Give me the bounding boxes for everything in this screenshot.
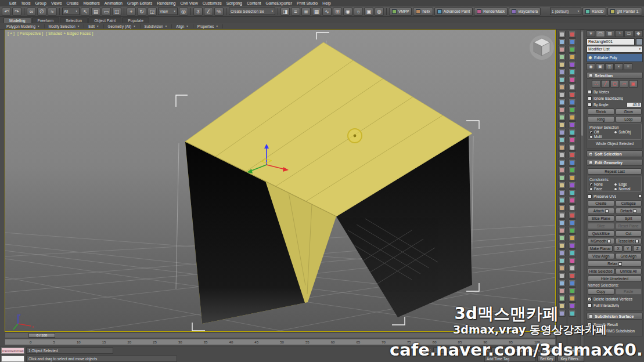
side-tool-left-icon[interactable] [558,287,566,294]
select-scale-icon[interactable]: ◲ [147,8,157,16]
button-hide-selected[interactable]: Hide Selected [588,268,614,274]
maxscript-mini-listener-macro[interactable]: PaintDeformati [1,347,24,354]
button-make-planar[interactable]: Make Planar [588,245,613,252]
side-tool-right-icon[interactable] [569,38,576,45]
button-tessellate[interactable]: Tessellate [616,238,642,244]
select-by-name-icon[interactable]: ▤ [91,8,100,16]
side-tool-left-icon[interactable] [558,257,566,264]
side-tool-left-icon[interactable] [558,53,566,60]
button-quickslice[interactable]: QuickSlice [588,230,614,237]
rollout-selection-header[interactable]: − Selection [587,72,643,79]
checkbox-box[interactable] [588,303,592,307]
button-attach[interactable]: Attach [588,208,614,214]
button-slice[interactable]: Slice [588,223,614,229]
side-tool-right-icon[interactable] [569,234,576,241]
render-frame-icon[interactable]: ▣ [364,8,373,16]
side-tool-left-icon[interactable] [558,272,566,279]
settings-box[interactable] [635,240,639,243]
vmpp-button[interactable]: VMPP [389,8,412,16]
menu-item-content[interactable]: Content [247,1,261,5]
time-slider-handle[interactable]: 0 / 100 [28,333,55,338]
side-tool-right-icon[interactable] [569,197,576,204]
side-tool-left-icon[interactable] [558,310,566,317]
side-tool-left-icon[interactable] [558,91,566,98]
viewport-menu-general[interactable]: [ + ] [8,31,15,35]
ribbon-group-geometry-all[interactable]: Geometry (All)▼ [104,24,141,28]
preserve-uvs-check[interactable]: Preserve UVs [588,193,642,199]
side-tool-left-icon[interactable] [558,129,566,136]
ribbon-group-edit[interactable]: Edit▼ [84,24,103,28]
button-detach[interactable]: Detach [616,208,642,214]
hierarchy-tab[interactable]: ▦ [606,30,614,37]
motion-tab[interactable]: ◔ [615,30,624,37]
side-tool-left-icon[interactable] [558,99,566,106]
radio-subobj[interactable]: SubObj [614,130,636,134]
menu-item-create[interactable]: Create [66,1,78,5]
side-tool-right-icon[interactable] [569,166,576,173]
rollout-soft-selection-header[interactable]: + Soft Selection [587,150,643,157]
ribbon-tab-selection[interactable]: Selection [60,17,88,23]
menu-item-help[interactable]: Help [322,1,330,5]
side-tool-right-icon[interactable] [569,310,576,317]
side-tool-left-icon[interactable] [558,212,566,219]
button-ring[interactable]: Ring [588,116,614,122]
button-y[interactable]: Y [624,245,632,252]
region-select-icon[interactable]: ▭ [102,8,111,16]
button-collapse[interactable]: Collapse [616,200,642,207]
by-angle-spinner[interactable]: 45.0 [627,102,642,107]
select-link-icon[interactable]: ∞ [27,8,36,16]
radio-none[interactable]: None [589,182,612,186]
vertex-mode-icon[interactable]: ∴ [592,80,600,88]
advanced-paint-button[interactable]: Advanced Paint [434,8,473,16]
side-tool-right-icon[interactable] [569,219,576,226]
side-tool-left-icon[interactable] [558,219,566,226]
side-tool-left-icon[interactable] [558,84,566,91]
button-slice-plane[interactable]: Slice Plane [588,215,614,222]
ribbon-group-align[interactable]: Align▼ [172,24,193,28]
ribbon-group-polygon-modeling[interactable]: Polygon Modeling▼ [2,24,45,28]
randd-button[interactable]: RandD [582,8,606,16]
side-tool-right-icon[interactable] [569,84,576,91]
side-tool-right-icon[interactable] [569,46,576,53]
configure-modifier-sets-icon[interactable]: ≡ [624,63,632,70]
side-tool-right-icon[interactable] [569,31,576,38]
button-grow[interactable]: Grow [616,108,642,115]
schematic-view-icon[interactable]: ⊞ [333,8,342,16]
settings-box[interactable] [607,240,611,243]
stack-item-editable-poly[interactable]: Editable Poly [587,54,642,61]
side-tool-right-icon[interactable] [569,61,576,68]
menu-item-customize[interactable]: Customize [203,1,222,5]
checkbox-box[interactable] [588,90,592,94]
scrollbar-thumb[interactable] [581,31,583,136]
menu-item-print-studio[interactable]: Print Studio [297,1,318,5]
side-tool-left-icon[interactable] [558,31,566,38]
maxscript-mini-listener[interactable] [1,356,24,362]
side-tool-right-icon[interactable] [569,76,576,83]
side-tool-left-icon[interactable] [558,46,566,53]
side-tool-left-icon[interactable] [558,182,566,189]
side-tool-left-icon[interactable] [558,68,566,75]
radio-face[interactable]: Face [589,187,612,191]
use-pivot-point-icon[interactable]: ◎ [179,8,188,16]
side-tool-left-icon[interactable] [558,227,566,234]
button-hide-unselected[interactable]: Hide Unselected [588,276,642,282]
by-angle-check[interactable]: By Angle: 45.0 [588,102,642,107]
side-tool-right-icon[interactable] [569,144,576,151]
menu-item-gameexporter[interactable]: GameExporter [266,1,293,5]
side-tool-right-icon[interactable] [569,182,576,189]
rollout-edit-geometry-header[interactable]: − Edit Geometry [587,159,643,166]
checkbox-delete-isolated-vertices[interactable]: ✓Delete Isolated Vertices [588,296,642,302]
menu-item-group[interactable]: Group [35,1,46,5]
snap-toggle-icon[interactable]: 3 [193,8,203,16]
element-mode-icon[interactable]: ▣ [629,80,638,88]
side-tool-right-icon[interactable] [569,136,576,143]
selection-filter-dropdown[interactable]: All▼ [62,8,80,15]
side-tool-left-icon[interactable] [558,189,566,196]
object-name-field[interactable]: Rectangle001 [587,38,635,45]
redo-icon[interactable]: ↷ [12,8,21,16]
button-z[interactable]: Z [633,245,642,252]
button-cut[interactable]: Cut [616,230,642,237]
side-tool-right-icon[interactable] [569,212,576,219]
side-tool-left-icon[interactable] [558,136,566,143]
side-tool-left-icon[interactable] [558,166,566,173]
